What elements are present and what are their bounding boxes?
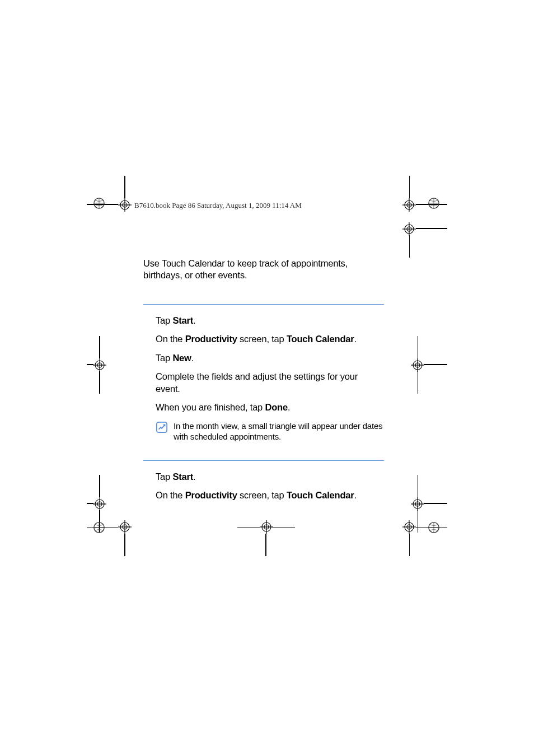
crop-mark-line [418,371,419,394]
registration-globe-icon [428,197,441,211]
bold-term: Productivity [185,334,237,344]
registration-globe-icon [93,521,106,535]
page-content: Use Touch Calendar to keep track of appo… [143,258,384,508]
bold-term: Touch Calendar [287,334,354,344]
bold-term: Productivity [185,490,237,500]
registration-target-icon [411,358,424,372]
note-text: In the month view, a small triangle will… [174,421,384,442]
crop-mark-line [265,534,266,556]
registration-target-icon [402,198,416,212]
intro-text: Use Touch Calendar to keep track of appo… [143,258,384,282]
crop-mark-line [416,228,447,229]
registration-target-icon [93,497,106,511]
crop-mark-line [418,475,419,497]
registration-globe-icon [428,521,441,535]
crop-mark-line [409,176,410,198]
crop-mark-line [418,336,419,358]
registration-target-icon [118,520,132,534]
registration-globe-icon [93,197,106,211]
bold-term: Touch Calendar [287,490,354,500]
note-row: In the month view, a small triangle will… [143,421,384,442]
crop-mark-line [124,176,125,198]
svg-rect-44 [157,422,167,432]
page-header: B7610.book Page 86 Saturday, August 1, 2… [134,201,302,210]
crop-mark-line [418,510,419,533]
bold-term: Start [172,315,193,325]
registration-target-icon [118,198,132,212]
step-text: When you are finished, tap Done. [143,402,384,413]
registration-target-icon [93,358,106,372]
section-divider [143,304,384,305]
registration-target-icon [402,520,416,534]
bold-term: New [172,353,191,363]
crop-mark-line [99,371,100,394]
step-text: On the Productivity screen, tap Touch Ca… [143,333,384,345]
crop-mark-line [409,534,410,556]
registration-target-icon [402,222,416,236]
bold-term: Done [265,402,287,412]
crop-mark-line [409,235,410,258]
section-divider [143,460,384,461]
crop-mark-line [124,534,125,556]
crop-mark-line [99,336,100,358]
step-text: Complete the fields and adjust the setti… [143,371,384,395]
crop-mark-line [424,503,447,504]
step-text: On the Productivity screen, tap Touch Ca… [143,489,384,501]
step-text: Tap Start. [143,471,384,483]
crop-mark-line [237,528,260,529]
step-text: Tap New. [143,352,384,364]
crop-mark-line [424,364,447,365]
note-icon [156,421,168,433]
crop-mark-line [99,475,100,497]
step-text: Tap Start. [143,315,384,326]
bold-term: Start [172,472,193,482]
registration-target-icon [411,497,424,511]
crop-mark-line [273,528,295,529]
registration-target-icon [260,520,273,534]
